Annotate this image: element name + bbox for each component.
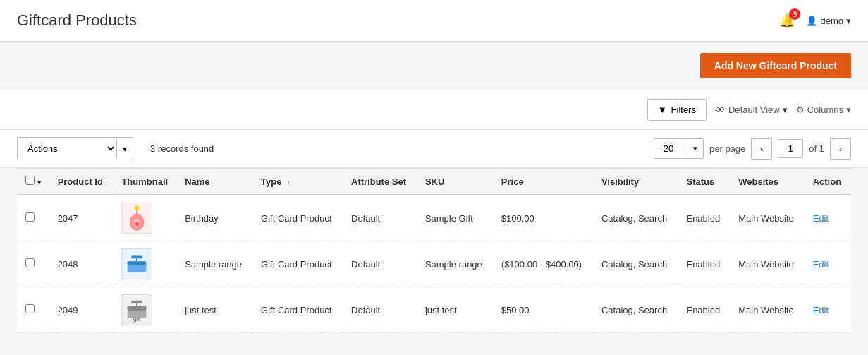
filter-icon: ▼ bbox=[658, 104, 667, 115]
cell-visibility: Catalog, Search bbox=[593, 287, 678, 333]
filter-bar: ▼ Filters 👁 Default View ▾ ⚙ Columns ▾ bbox=[0, 90, 868, 130]
row-checkbox-cell bbox=[17, 287, 49, 333]
per-page-dropdown-arrow[interactable]: ▾ bbox=[687, 140, 703, 157]
cell-attribute-set: Default bbox=[343, 287, 417, 333]
col-sku: SKU bbox=[417, 169, 493, 195]
page-number-input[interactable] bbox=[778, 139, 803, 158]
filters-button[interactable]: ▼ Filters bbox=[647, 99, 707, 121]
actions-select[interactable]: Actions bbox=[18, 138, 116, 160]
per-page-wrapper: ▾ bbox=[654, 138, 704, 159]
col-attribute-set: Attribute Set bbox=[343, 169, 417, 195]
cell-type: Gift Card Product bbox=[252, 195, 343, 241]
product-thumbnail: gift bbox=[121, 294, 152, 325]
table-row: 2048 Sample range Gift Card Product Defa… bbox=[17, 241, 851, 287]
table-header-row: ▾ Product Id Thumbnail Name Type ↑ Attri… bbox=[17, 169, 851, 195]
row-checkbox-cell bbox=[17, 195, 49, 241]
notification-badge: 9 bbox=[789, 8, 800, 20]
per-page-input[interactable] bbox=[654, 139, 683, 158]
select-all-arrow[interactable]: ▾ bbox=[37, 179, 41, 186]
header: Giftcard Products 🔔 9 👤 demo ▾ bbox=[0, 0, 868, 42]
cell-sku: Sample Gift bbox=[417, 195, 493, 241]
cell-action: Edit bbox=[805, 287, 851, 333]
edit-link[interactable]: Edit bbox=[813, 213, 829, 224]
cell-name: Birthday bbox=[176, 195, 252, 241]
cell-name: Sample range bbox=[176, 241, 252, 287]
row-checkbox[interactable] bbox=[25, 212, 35, 222]
columns-arrow-icon: ▾ bbox=[846, 104, 851, 115]
toolbar: Add New Giftcard Product bbox=[0, 42, 868, 90]
select-all-header: ▾ bbox=[17, 169, 49, 195]
col-action: Action bbox=[805, 169, 851, 195]
svg-text:gift: gift bbox=[133, 316, 141, 323]
svg-rect-15 bbox=[132, 301, 142, 303]
notification-button[interactable]: 🔔 9 bbox=[779, 13, 795, 28]
col-type[interactable]: Type ↑ bbox=[252, 169, 343, 195]
cell-action: Edit bbox=[805, 241, 851, 287]
col-thumbnail: Thumbnail bbox=[113, 169, 176, 195]
product-thumbnail bbox=[121, 248, 152, 279]
prev-page-button[interactable]: ‹ bbox=[751, 138, 772, 160]
cell-thumbnail: 🎈 bbox=[113, 195, 176, 241]
pagination-wrapper: ▾ per page ‹ of 1 › bbox=[654, 138, 851, 160]
col-status: Status bbox=[678, 169, 730, 195]
cell-price: ($100.00 - $400.00) bbox=[493, 241, 593, 287]
products-table: ▾ Product Id Thumbnail Name Type ↑ Attri… bbox=[17, 168, 851, 333]
cell-price: $100.00 bbox=[493, 195, 593, 241]
add-giftcard-button[interactable]: Add New Giftcard Product bbox=[700, 53, 851, 78]
cell-websites: Main Website bbox=[730, 287, 804, 333]
filters-label: Filters bbox=[671, 104, 696, 115]
user-name: demo bbox=[820, 16, 843, 26]
cell-sku: just test bbox=[417, 287, 493, 333]
gear-icon: ⚙ bbox=[796, 104, 805, 115]
select-all-checkbox[interactable] bbox=[25, 176, 35, 185]
cell-price: $50.00 bbox=[493, 287, 593, 333]
svg-rect-8 bbox=[128, 261, 147, 265]
table-row: 2049 gift just test Gift Card Product De… bbox=[17, 287, 851, 333]
eye-icon: 👁 bbox=[715, 104, 726, 116]
view-label: Default View bbox=[728, 104, 780, 115]
cell-status: Enabled bbox=[678, 195, 730, 241]
cell-name: just test bbox=[176, 287, 252, 333]
row-checkbox-cell bbox=[17, 241, 49, 287]
user-menu-button[interactable]: 👤 demo ▾ bbox=[806, 16, 851, 26]
view-select-wrapper: 👁 Default View ▾ bbox=[715, 104, 788, 116]
table-row: 2047 🎈 Birthday Gift Card Product Defaul… bbox=[17, 195, 851, 241]
svg-point-4 bbox=[135, 206, 140, 210]
page-title: Giftcard Products bbox=[17, 11, 137, 30]
cell-product-id: 2048 bbox=[49, 241, 114, 287]
col-price: Price bbox=[493, 169, 593, 195]
of-label: of 1 bbox=[809, 143, 824, 154]
edit-link[interactable]: Edit bbox=[813, 259, 829, 270]
product-thumbnail: 🎈 bbox=[121, 203, 152, 234]
sort-icon-type: ↑ bbox=[287, 179, 291, 186]
cell-websites: Main Website bbox=[730, 195, 804, 241]
cell-type: Gift Card Product bbox=[252, 287, 343, 333]
row-checkbox[interactable] bbox=[25, 304, 35, 313]
cell-product-id: 2047 bbox=[49, 195, 114, 241]
view-dropdown-button[interactable]: ▾ bbox=[783, 104, 788, 115]
actions-bar: Actions ▾ 3 records found ▾ per page ‹ o… bbox=[0, 130, 868, 168]
col-websites: Websites bbox=[730, 169, 804, 195]
cell-thumbnail: gift bbox=[113, 287, 176, 333]
columns-button[interactable]: ⚙ Columns ▾ bbox=[796, 104, 851, 115]
svg-rect-10 bbox=[132, 256, 142, 259]
user-arrow-icon: ▾ bbox=[846, 16, 851, 26]
next-page-button[interactable]: › bbox=[830, 138, 851, 160]
user-icon: 👤 bbox=[806, 16, 817, 26]
cell-visibility: Catalog, Search bbox=[593, 195, 678, 241]
header-right: 🔔 9 👤 demo ▾ bbox=[779, 13, 851, 28]
row-checkbox[interactable] bbox=[25, 258, 35, 267]
cell-thumbnail bbox=[113, 241, 176, 287]
columns-label: Columns bbox=[807, 104, 843, 115]
cell-action: Edit bbox=[805, 195, 851, 241]
actions-select-wrapper: Actions ▾ bbox=[17, 137, 133, 160]
cell-type: Gift Card Product bbox=[252, 241, 343, 287]
edit-link[interactable]: Edit bbox=[813, 305, 829, 315]
col-name: Name bbox=[176, 169, 252, 195]
svg-text:🎈: 🎈 bbox=[135, 222, 140, 227]
cell-attribute-set: Default bbox=[343, 241, 417, 287]
actions-dropdown-arrow[interactable]: ▾ bbox=[116, 139, 133, 159]
cell-status: Enabled bbox=[678, 241, 730, 287]
col-visibility: Visibility bbox=[593, 169, 678, 195]
cell-status: Enabled bbox=[678, 287, 730, 333]
